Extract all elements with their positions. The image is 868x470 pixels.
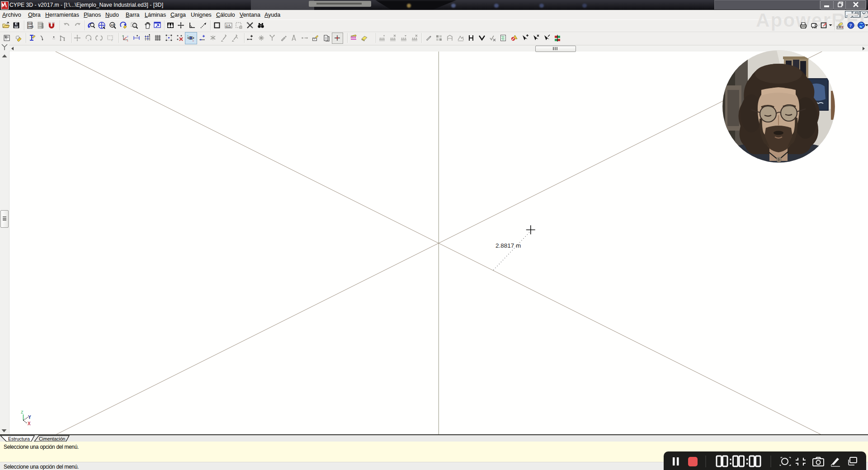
svg-text:y: y xyxy=(127,35,128,38)
svg-text:X: X xyxy=(28,421,31,426)
svg-text:x: x xyxy=(111,39,113,42)
svg-text:x: x xyxy=(193,39,194,42)
svg-text:Cimentación: Cimentación xyxy=(39,436,66,442)
svg-text:x: x xyxy=(88,39,89,42)
svg-text:Z: Z xyxy=(21,410,24,414)
svg-text:2.8817 m: 2.8817 m xyxy=(495,242,521,249)
svg-text:DWG: DWG xyxy=(28,25,33,28)
svg-text:×2: ×2 xyxy=(111,24,114,27)
svg-text:1.4: 1.4 xyxy=(226,24,230,27)
svg-text:Y: Y xyxy=(28,415,31,420)
svg-text:?: ? xyxy=(849,23,852,28)
svg-text:z: z xyxy=(187,34,189,37)
svg-text:x: x xyxy=(127,39,128,42)
svg-text:Estructura: Estructura xyxy=(8,436,30,442)
